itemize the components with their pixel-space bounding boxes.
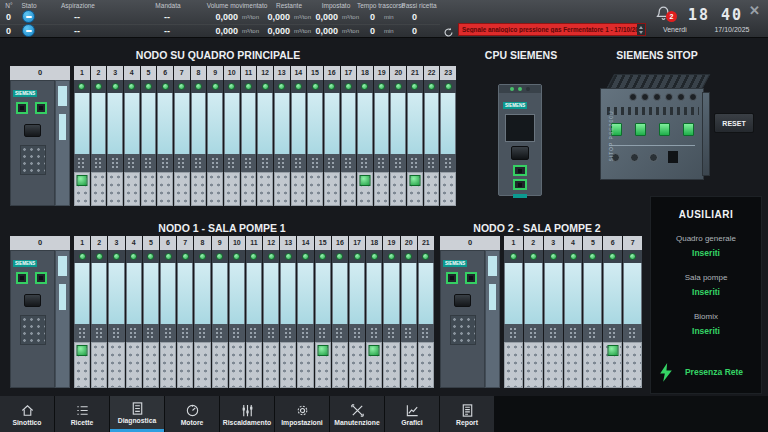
nav-tab-report[interactable]: Report xyxy=(440,396,494,432)
connector-dots xyxy=(129,327,138,339)
module-connector xyxy=(544,324,563,342)
alarm-sync-icon[interactable] xyxy=(443,24,454,35)
slot-header-17: 17 xyxy=(341,66,357,80)
slot-header-6: 6 xyxy=(603,236,622,250)
module-led-band xyxy=(390,80,406,93)
top-status-bar: N° Stato Aspirazione Mandata Volume movi… xyxy=(0,0,768,38)
nav-label: Diagnostica xyxy=(118,417,157,424)
connector-dots xyxy=(421,327,430,339)
io-module-6 xyxy=(603,250,622,388)
module-connector xyxy=(107,154,123,172)
module-connector xyxy=(623,324,642,342)
alarm-scroll-spinner[interactable] xyxy=(637,24,645,35)
module-body xyxy=(91,263,107,324)
module-led-band xyxy=(407,80,423,93)
module-body xyxy=(141,93,157,154)
module-body xyxy=(74,263,90,324)
slot-header-3: 3 xyxy=(544,236,563,250)
cpu-foot-label xyxy=(513,194,527,198)
module-status-led xyxy=(233,253,240,260)
io-module-22 xyxy=(424,80,440,206)
module-status-led xyxy=(113,253,120,260)
slot-header-5: 5 xyxy=(583,236,602,250)
io-module-1 xyxy=(504,250,523,388)
sitop-terminals-bottom xyxy=(611,151,678,163)
module-connector xyxy=(440,154,456,172)
module-connector xyxy=(241,154,257,172)
module-body xyxy=(603,263,622,324)
slot-header-9: 9 xyxy=(212,236,228,250)
row1-impostato: 0,000 xyxy=(298,11,338,23)
row1-mandata: -- xyxy=(164,11,170,23)
nav-tab-motore[interactable]: Motore xyxy=(165,396,219,432)
reset-button[interactable]: RESET xyxy=(714,113,754,133)
module-terminals xyxy=(263,342,279,388)
aux-label-quadro: Quadro generale xyxy=(651,234,761,243)
module-body xyxy=(440,93,456,154)
module-connector xyxy=(194,324,210,342)
module-status-led xyxy=(445,83,452,90)
module-terminals xyxy=(224,172,240,206)
active-alarm-banner[interactable]: Segnale analogico pressione gas Fermenta… xyxy=(458,23,646,36)
nav-tab-impostazioni[interactable]: Impostazioni xyxy=(275,396,329,432)
row1-status-icon[interactable] xyxy=(22,10,35,23)
siemens-brand-label: SIEMENS xyxy=(13,260,37,267)
row1-impostato-unit: m³/ton xyxy=(342,11,359,23)
channel-active-indicator xyxy=(369,345,380,356)
nav-tab-sinottico[interactable]: Sinottico xyxy=(0,396,54,432)
ethernet-port-icon xyxy=(35,272,47,284)
slot-header-12: 12 xyxy=(263,236,279,250)
module-body xyxy=(357,93,373,154)
module-led-band xyxy=(157,80,173,93)
module-body xyxy=(207,93,223,154)
connector-dots xyxy=(181,327,190,339)
module-connector xyxy=(274,154,290,172)
module-body xyxy=(349,263,365,324)
nav-tab-diagnostica[interactable]: Diagnostica xyxy=(110,396,164,432)
connector-dots xyxy=(146,327,155,339)
head-module-terminals xyxy=(450,315,476,345)
slot-header-21: 21 xyxy=(407,66,423,80)
row2-impostato-unit: m³/ton xyxy=(342,25,359,37)
module-terminals xyxy=(174,172,190,206)
module-led-band xyxy=(257,80,273,93)
module-status-led xyxy=(629,253,636,260)
module-led-band xyxy=(194,250,210,263)
connector-dots xyxy=(588,327,597,339)
nav-tab-riscaldamento[interactable]: Riscaldamento xyxy=(220,396,274,432)
io-module-2 xyxy=(91,250,107,388)
io-module-3 xyxy=(108,250,124,388)
connector-dots xyxy=(194,157,203,169)
connector-dots xyxy=(78,327,87,339)
diagnostics-doc-icon xyxy=(130,401,145,416)
connector-dots xyxy=(227,157,236,169)
module-connector xyxy=(207,154,223,172)
channel-active-indicator xyxy=(317,345,328,356)
module-terminals xyxy=(424,172,440,206)
nav-tab-grafici[interactable]: Grafici xyxy=(385,396,439,432)
io-module-16 xyxy=(324,80,340,206)
nav-tab-manutenzione[interactable]: Manutenzione xyxy=(330,396,384,432)
module-status-led xyxy=(165,253,172,260)
close-icon[interactable]: ✕ xyxy=(749,3,760,18)
module-body xyxy=(124,93,140,154)
row1-tempo-unit: min xyxy=(384,11,394,23)
alarm-count-badge: 2 xyxy=(666,11,677,22)
slot-header-22: 22 xyxy=(424,66,440,80)
module-terminals xyxy=(74,172,90,206)
rack-node1: 0123456789101112131415161718192021SIEMEN… xyxy=(10,236,434,388)
col-header-n: N° xyxy=(5,2,12,9)
module-led-band xyxy=(349,250,365,263)
cpu-siemens-device: SIEMENS xyxy=(498,84,542,196)
module-terminals xyxy=(544,342,563,388)
module-terminals xyxy=(341,172,357,206)
nav-tab-ricette[interactable]: Ricette xyxy=(55,396,109,432)
connector-dots xyxy=(294,157,303,169)
aux-label-sala: Sala pompe xyxy=(651,273,761,282)
row2-status-icon[interactable] xyxy=(22,24,35,37)
module-status-led xyxy=(378,83,385,90)
connector-dots xyxy=(394,157,403,169)
io-module-17 xyxy=(349,250,365,388)
row1-volume: 0,000 xyxy=(198,11,238,23)
module-body xyxy=(246,263,262,324)
